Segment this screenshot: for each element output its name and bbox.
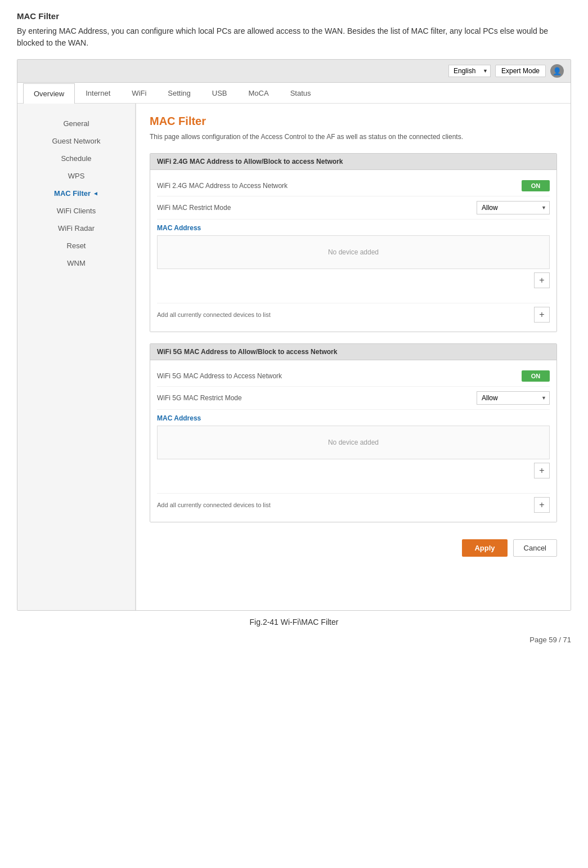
wifi24-section-box: WiFi 2.4G MAC Address to Allow/Block to …: [150, 153, 557, 332]
wifi24-restrict-select-wrapper[interactable]: Allow Block: [477, 201, 550, 214]
main-section-desc: This page allows configuration of the Ac…: [150, 132, 557, 142]
wifi24-no-device-text: No device added: [328, 248, 379, 256]
sidebar-item-wifi-radar[interactable]: WiFi Radar: [17, 220, 135, 237]
nav-item-status[interactable]: Status: [280, 83, 322, 103]
wifi5g-toggle-button[interactable]: ON: [522, 370, 550, 382]
wifi24-mac-address-label: MAC Address: [157, 224, 550, 232]
browser-toolbar: English Chinese French Expert Mode 👤: [17, 60, 571, 83]
wifi5g-section-header: WiFi 5G MAC Address to Allow/Block to ac…: [150, 344, 556, 360]
browser-frame: English Chinese French Expert Mode 👤 Ove…: [17, 59, 571, 611]
wifi24-restrict-control: Allow Block: [477, 201, 550, 214]
sidebar-item-wps[interactable]: WPS: [17, 167, 135, 185]
wifi5g-add-all-button[interactable]: +: [534, 497, 550, 513]
wifi5g-mac-address-label: MAC Address: [157, 414, 550, 422]
page-description: By entering MAC Address, you can configu…: [17, 25, 571, 49]
nav-item-wifi[interactable]: WiFi: [121, 83, 157, 103]
wifi5g-section-body: WiFi 5G MAC Address to Access Network ON…: [150, 360, 556, 522]
language-select[interactable]: English Chinese French: [448, 65, 491, 77]
wifi24-restrict-row: WiFi MAC Restrict Mode Allow Block: [157, 196, 550, 220]
wifi5g-restrict-select[interactable]: Allow Block: [477, 391, 550, 405]
sidebar-item-mac-filter[interactable]: MAC Filter: [17, 185, 135, 202]
sidebar-item-reset[interactable]: Reset: [17, 237, 135, 254]
wifi5g-restrict-control: Allow Block: [477, 391, 550, 405]
user-icon[interactable]: 👤: [550, 64, 564, 78]
wifi24-restrict-label: WiFi MAC Restrict Mode: [157, 204, 477, 212]
language-selector-wrapper[interactable]: English Chinese French: [448, 65, 491, 77]
apply-button[interactable]: Apply: [462, 539, 507, 557]
figure-caption: Fig.2-41 Wi-Fi\MAC Filter: [17, 618, 571, 627]
page-footer: Page 59 / 71: [17, 636, 571, 644]
wifi5g-add-all-label: Add all currently connected devices to l…: [157, 502, 534, 508]
nav-bar: Overview Internet WiFi Setting USB MoCA …: [17, 83, 571, 104]
wifi24-section-body: WiFi 2.4G MAC Address to Access Network …: [150, 170, 556, 332]
wifi5g-toggle-control: ON: [522, 370, 550, 382]
wifi5g-restrict-row: WiFi 5G MAC Restrict Mode Allow Block: [157, 387, 550, 410]
wifi5g-section-box: WiFi 5G MAC Address to Allow/Block to ac…: [150, 343, 557, 522]
wifi5g-add-all-row: Add all currently connected devices to l…: [157, 493, 550, 516]
wifi24-mac-address-section: MAC Address No device added +: [157, 220, 550, 297]
main-content: MAC Filter This page allows configuratio…: [136, 104, 571, 610]
bottom-buttons: Apply Cancel: [150, 534, 557, 557]
wifi24-add-all-row: Add all currently connected devices to l…: [157, 303, 550, 326]
wifi24-no-device-box: No device added: [157, 235, 550, 269]
sidebar: General Guest Network Schedule WPS MAC F…: [17, 104, 136, 610]
sidebar-item-wifi-clients[interactable]: WiFi Clients: [17, 202, 135, 220]
wifi24-toggle-control: ON: [522, 180, 550, 191]
wifi5g-add-device-button[interactable]: +: [534, 463, 550, 478]
wifi24-toggle-button[interactable]: ON: [522, 180, 550, 191]
wifi24-access-label: WiFi 2.4G MAC Address to Access Network: [157, 182, 522, 190]
expert-mode-button[interactable]: Expert Mode: [495, 65, 546, 77]
nav-item-usb[interactable]: USB: [201, 83, 238, 103]
sidebar-item-wnm[interactable]: WNM: [17, 254, 135, 272]
main-section-title: MAC Filter: [150, 115, 557, 128]
nav-item-moca[interactable]: MoCA: [238, 83, 280, 103]
wifi24-add-device-button[interactable]: +: [534, 272, 550, 288]
wifi5g-no-device-text: No device added: [328, 439, 379, 446]
sidebar-item-schedule[interactable]: Schedule: [17, 150, 135, 167]
nav-item-overview[interactable]: Overview: [23, 83, 75, 104]
nav-item-setting[interactable]: Setting: [157, 83, 201, 103]
wifi24-add-all-button[interactable]: +: [534, 307, 550, 323]
sidebar-item-guest-network[interactable]: Guest Network: [17, 132, 135, 150]
page-title: MAC Filter: [17, 11, 571, 21]
nav-item-internet[interactable]: Internet: [75, 83, 121, 103]
wifi5g-restrict-select-wrapper[interactable]: Allow Block: [477, 391, 550, 405]
wifi5g-access-label: WiFi 5G MAC Address to Access Network: [157, 372, 522, 380]
sidebar-item-general[interactable]: General: [17, 115, 135, 132]
wifi5g-no-device-box: No device added: [157, 426, 550, 459]
wifi5g-mac-address-section: MAC Address No device added +: [157, 410, 550, 487]
content-area: General Guest Network Schedule WPS MAC F…: [17, 104, 571, 610]
wifi24-add-all-label: Add all currently connected devices to l…: [157, 311, 534, 318]
wifi5g-access-row: WiFi 5G MAC Address to Access Network ON: [157, 366, 550, 387]
wifi24-section-header: WiFi 2.4G MAC Address to Allow/Block to …: [150, 154, 556, 170]
wifi24-access-row: WiFi 2.4G MAC Address to Access Network …: [157, 176, 550, 196]
wifi24-restrict-select[interactable]: Allow Block: [477, 201, 550, 214]
cancel-button[interactable]: Cancel: [513, 539, 557, 557]
wifi5g-restrict-label: WiFi 5G MAC Restrict Mode: [157, 394, 477, 402]
